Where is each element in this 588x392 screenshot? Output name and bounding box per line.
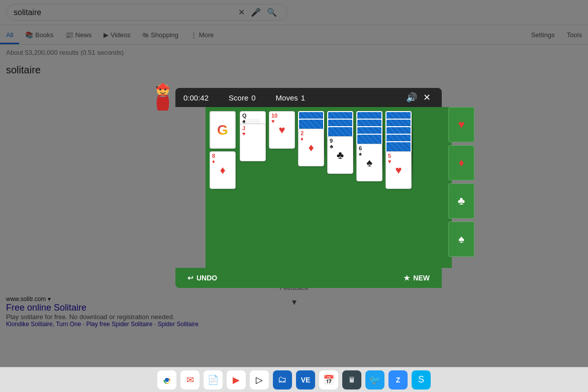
taskbar-skype[interactable]: S — [412, 370, 431, 389]
new-label: NEW — [413, 274, 430, 282]
card-suit: ♥ — [271, 119, 275, 124]
moves-value: 1 — [301, 93, 305, 102]
card-center: ♥ — [278, 124, 285, 137]
taskbar-twitter[interactable]: 🐦 — [365, 370, 384, 389]
taskbar: ✉ 📄 ▶ ▷ 🗂 VE 📅 🖩 🐦 Z S — [0, 367, 588, 392]
game-header: 0:00:42 Score 0 Moves 1 🔊 ✕ — [175, 88, 442, 107]
taskbar-zoom[interactable]: Z — [388, 370, 408, 389]
tableau-col-3: 2 ♦ ♦ — [298, 111, 324, 166]
card-10-hearts[interactable]: 10 ♥ ♥ — [269, 111, 295, 149]
google-logo: G — [217, 122, 228, 138]
tableau-col-6: 5 ♥ ♥ — [385, 111, 412, 189]
svg-point-3 — [159, 88, 161, 90]
game-footer: ↩ UNDO ★ NEW — [175, 268, 442, 288]
undo-icon: ↩ — [187, 274, 193, 282]
svg-point-7 — [165, 378, 168, 381]
taskbar-docs[interactable]: 📄 — [204, 370, 223, 389]
foundation-diamonds[interactable]: ♦ — [448, 145, 474, 180]
card-center: ♣ — [337, 149, 344, 162]
card-center: ♠ — [366, 156, 372, 169]
card-suit: ♥ — [242, 131, 246, 137]
taskbar-chrome[interactable] — [157, 370, 176, 389]
score-value: 0 — [251, 93, 255, 102]
taskbar-gmail[interactable]: ✉ — [180, 370, 200, 389]
card-6-spades[interactable]: 6 ♠ ♠ — [356, 144, 382, 181]
close-button[interactable]: ✕ — [420, 92, 434, 103]
character-icon — [150, 83, 175, 108]
card-suit: ♠ — [359, 151, 362, 157]
tableau-col-2: 10 ♥ ♥ — [269, 111, 295, 149]
foundation-hearts[interactable]: ♥ — [448, 107, 474, 142]
game-board: G Q ♣ 👑 — [206, 107, 452, 268]
tableau-col-4: 9 ♣ ♣ — [327, 111, 353, 174]
card-suit: ♥ — [388, 159, 391, 164]
game-panel: 0:00:42 Score 0 Moves 1 🔊 ✕ G — [145, 88, 442, 288]
card-9-clubs[interactable]: 9 ♣ ♣ — [327, 136, 353, 174]
sound-button[interactable]: 🔊 — [403, 92, 420, 103]
taskbar-files[interactable]: 🗂 — [273, 370, 292, 389]
star-icon: ★ — [404, 274, 410, 282]
timer-value: 0:00:42 — [183, 93, 209, 102]
score-label: Score — [229, 93, 248, 102]
taskbar-calculator[interactable]: 🖩 — [342, 370, 361, 389]
foundation-spades[interactable]: ♠ — [448, 222, 474, 257]
draw-pile-secondary: 8 ♦ ♦ — [210, 151, 236, 189]
foundation-piles: ♥ ♦ ♣ ♠ — [448, 107, 474, 257]
card-suit: ♣ — [330, 144, 333, 149]
moves-section: Moves 1 — [276, 93, 306, 102]
draw-pile-card[interactable]: G — [210, 111, 236, 149]
tableau-col-1: Q ♣ 👑 J ♥ — [240, 111, 266, 161]
card-5-hearts[interactable]: 5 ♥ ♥ — [385, 151, 412, 189]
timer-section: 0:00:42 — [183, 93, 209, 102]
tableau-col-5: 6 ♠ ♠ — [356, 111, 382, 181]
taskbar-ve[interactable]: VE — [296, 370, 315, 389]
foundation-clubs[interactable]: ♣ — [448, 183, 474, 219]
undo-button[interactable]: ↩ UNDO — [187, 274, 217, 282]
card-center: ♥ — [395, 164, 402, 177]
new-game-button[interactable]: ★ NEW — [404, 274, 430, 282]
card-8-diamonds[interactable]: 8 ♦ ♦ — [210, 151, 236, 189]
svg-marker-1 — [158, 83, 168, 87]
card-center: ♦ — [308, 141, 314, 154]
card-jack-hearts[interactable]: J ♥ — [240, 124, 266, 161]
card-2-diamonds[interactable]: 2 ♦ ♦ — [298, 129, 324, 166]
undo-label: UNDO — [197, 274, 217, 282]
card-center: ♦ — [220, 164, 225, 177]
svg-point-4 — [164, 88, 166, 90]
score-section: Score 0 — [229, 93, 256, 102]
card-suit: ♦ — [212, 159, 215, 164]
taskbar-calendar[interactable]: 📅 — [319, 370, 338, 389]
svg-rect-2 — [156, 87, 169, 89]
card-suit: ♦ — [301, 136, 304, 142]
taskbar-play[interactable]: ▷ — [250, 370, 269, 389]
moves-label: Moves — [276, 93, 298, 102]
taskbar-youtube[interactable]: ▶ — [227, 370, 246, 389]
draw-area: G Q ♣ 👑 — [210, 111, 448, 189]
tableau-area: Q ♣ 👑 J ♥ — [240, 111, 448, 189]
